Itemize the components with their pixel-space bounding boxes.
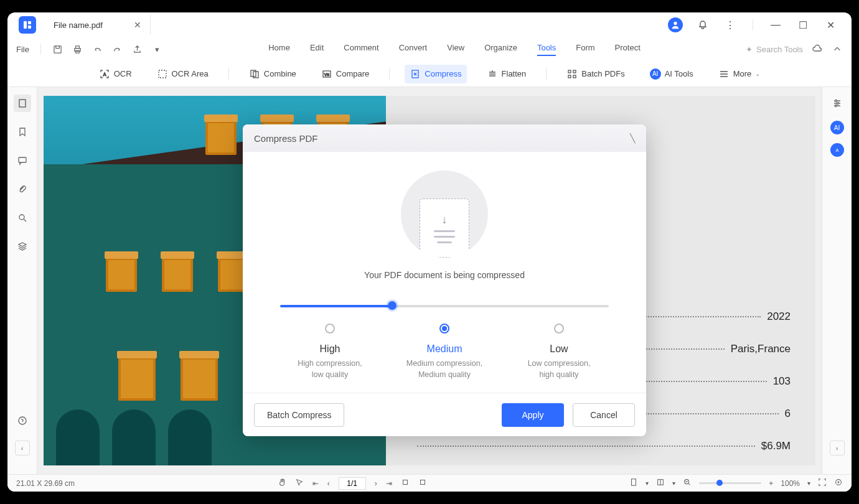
ocr-area-button[interactable]: OCR Area [152, 65, 214, 83]
last-page-icon[interactable]: ⇥ [386, 479, 392, 488]
print-icon[interactable] [72, 44, 83, 55]
menu-form[interactable]: Form [576, 43, 594, 56]
user-avatar-icon[interactable] [668, 17, 683, 32]
ocr-button[interactable]: AOCR [94, 65, 137, 83]
chevron-down-icon: ⌄ [755, 70, 760, 77]
menu-view[interactable]: View [447, 43, 464, 56]
zoom-slider[interactable] [699, 482, 761, 484]
slider-thumb[interactable] [388, 301, 397, 310]
titlebar: File name.pdf ✕ ⋮ — ☐ ✕ [7, 12, 852, 37]
option-low[interactable]: Low Low compression,high quality [509, 324, 609, 380]
share-icon[interactable] [132, 44, 143, 55]
read-mode-icon[interactable] [834, 478, 843, 488]
search-rail-icon[interactable] [14, 209, 31, 226]
help-icon[interactable] [14, 412, 31, 429]
page-input[interactable] [339, 477, 366, 490]
close-window-icon[interactable]: ✕ [823, 17, 838, 32]
dropdown-icon[interactable]: ▾ [152, 44, 163, 55]
attachment-icon[interactable] [14, 180, 31, 198]
option-medium[interactable]: Medium Medium compression,Medium quality [395, 324, 494, 380]
undo-icon[interactable] [92, 44, 103, 55]
redo-icon[interactable] [112, 44, 123, 55]
svg-point-25 [835, 105, 837, 107]
menu-organize[interactable]: Organize [484, 43, 517, 56]
page-dimensions: 21.01 X 29.69 cm [16, 479, 75, 488]
expand-right-icon[interactable]: › [830, 441, 845, 455]
properties-icon[interactable] [828, 95, 846, 112]
hand-tool-icon[interactable] [278, 478, 286, 488]
kebab-menu-icon[interactable]: ⋮ [723, 17, 738, 32]
menubar: File ▾ Home Edit Comment Convert View Or… [7, 37, 852, 61]
maximize-icon[interactable]: ☐ [796, 17, 810, 32]
cancel-button[interactable]: Cancel [573, 403, 635, 427]
bookmark-icon[interactable] [14, 123, 31, 141]
radio-high[interactable] [325, 324, 335, 334]
combine-button[interactable]: Combine [244, 65, 301, 83]
batch-pdfs-button[interactable]: Batch PDFs [561, 65, 629, 83]
svg-text:A: A [103, 72, 106, 77]
statusbar: 21.01 X 29.69 cm ⇤ ‹ › ⇥ ▾ ▾ + 100% ▾ [7, 474, 852, 492]
svg-rect-18 [573, 75, 576, 78]
save-icon[interactable] [52, 44, 63, 55]
dialog-title: Compress PDF [254, 133, 318, 144]
fullscreen-icon[interactable] [818, 478, 827, 488]
zoom-out-icon[interactable] [683, 478, 692, 488]
menu-comment[interactable]: Comment [344, 43, 378, 56]
layout-icon[interactable] [656, 478, 665, 488]
layers-icon[interactable] [14, 238, 31, 255]
compress-button[interactable]: Compress [405, 65, 466, 83]
menu-edit[interactable]: Edit [310, 43, 324, 56]
notification-icon[interactable] [695, 17, 710, 32]
main-menu: Home Edit Comment Convert View Organize … [167, 43, 742, 56]
radio-low[interactable] [554, 324, 564, 334]
ocr-area-icon [157, 68, 168, 80]
dialog-close-icon[interactable]: ╲ [630, 133, 635, 143]
select-tool-icon[interactable] [295, 478, 304, 488]
svg-rect-15 [568, 70, 571, 73]
menu-home[interactable]: Home [268, 43, 290, 56]
document-tab[interactable]: File name.pdf ✕ [45, 15, 151, 35]
compare-button[interactable]: VSCompare [316, 65, 374, 83]
next-page-icon[interactable]: › [375, 479, 377, 488]
minimize-icon[interactable]: — [768, 17, 783, 32]
first-page-icon[interactable]: ⇤ [312, 479, 319, 488]
compress-icon [410, 68, 421, 80]
apply-button[interactable]: Apply [502, 403, 564, 427]
svg-rect-4 [54, 45, 61, 52]
compression-slider[interactable] [280, 305, 609, 307]
comment-rail-icon[interactable] [14, 152, 31, 169]
dialog-header: Compress PDF ╲ [243, 124, 646, 152]
svg-rect-2 [28, 26, 31, 29]
menu-protect[interactable]: Protect [615, 43, 641, 56]
search-tools[interactable]: ✦ Search Tools [746, 45, 803, 54]
download-arrow-icon: ↓ [442, 213, 448, 226]
batch-compress-button[interactable]: Batch Compress [254, 403, 344, 427]
ai-panel-icon[interactable]: AI [830, 121, 844, 134]
ai-tools-button[interactable]: AIAI Tools [645, 65, 698, 83]
thumbnails-icon[interactable] [14, 95, 31, 112]
translate-icon[interactable]: A [830, 143, 844, 157]
svg-rect-27 [403, 480, 407, 485]
search-placeholder: Search Tools [756, 45, 803, 54]
svg-point-3 [674, 22, 677, 25]
more-button[interactable]: More⌄ [713, 65, 766, 83]
dialog-message: Your PDF document is being compressed [268, 270, 621, 280]
cloud-icon[interactable] [812, 44, 823, 55]
file-menu[interactable]: File [16, 45, 29, 54]
close-tab-icon[interactable]: ✕ [134, 20, 141, 30]
expand-left-icon[interactable]: ‹ [15, 441, 30, 455]
radio-medium[interactable] [439, 324, 449, 334]
fit-page-icon[interactable] [629, 478, 638, 488]
menu-convert[interactable]: Convert [399, 43, 428, 56]
flatten-button[interactable]: Flatten [482, 65, 532, 83]
svg-point-23 [835, 100, 837, 102]
svg-rect-0 [24, 21, 27, 29]
rotate-left-icon[interactable] [401, 478, 410, 488]
menu-tools[interactable]: Tools [537, 43, 556, 56]
rotate-right-icon[interactable] [418, 478, 427, 488]
collapse-icon[interactable] [832, 44, 843, 55]
prev-page-icon[interactable]: ‹ [327, 479, 330, 488]
batch-icon [566, 68, 578, 80]
option-high[interactable]: High High compression,low quality [280, 324, 380, 380]
zoom-in-icon[interactable]: + [769, 479, 773, 488]
